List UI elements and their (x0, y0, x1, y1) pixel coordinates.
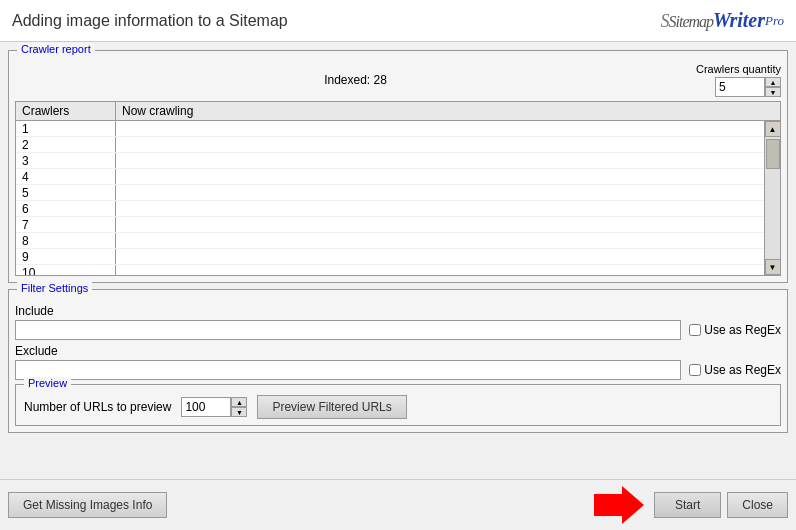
crawler-number: 3 (16, 153, 116, 168)
exclude-row: Exclude Use as RegEx (15, 344, 781, 380)
now-crawling-value (116, 249, 764, 264)
crawler-number: 7 (16, 217, 116, 232)
now-crawling-value (116, 169, 764, 184)
svg-marker-0 (594, 486, 644, 524)
crawler-number: 9 (16, 249, 116, 264)
bottom-left: Get Missing Images Info (8, 492, 167, 518)
include-regex-label: Use as RegEx (704, 323, 781, 337)
crawlers-qty-spinner-buttons: ▲ ▼ (765, 77, 781, 97)
exclude-input[interactable] (15, 360, 681, 380)
table-row: 3 (16, 153, 764, 169)
num-urls-input[interactable] (181, 397, 231, 417)
preview-section: Preview Number of URLs to preview ▲ ▼ Pr… (15, 384, 781, 426)
now-crawling-value (116, 265, 764, 275)
num-urls-down[interactable]: ▼ (231, 407, 247, 417)
crawlers-qty-area: Crawlers quantity ▲ ▼ (696, 63, 781, 97)
col-crawlers-header: Crawlers (16, 102, 116, 120)
title-bar: Adding image information to a Sitemap SS… (0, 0, 796, 42)
now-crawling-value (116, 217, 764, 232)
crawlers-qty-spinner: ▲ ▼ (715, 77, 781, 97)
crawlers-qty-up[interactable]: ▲ (765, 77, 781, 87)
crawler-number: 2 (16, 137, 116, 152)
crawler-header-row: Indexed: 28 Crawlers quantity ▲ ▼ (15, 63, 781, 97)
header-scroll-spacer (764, 102, 780, 120)
include-row: Include Use as RegEx (15, 304, 781, 340)
now-crawling-value (116, 185, 764, 200)
bottom-bar: Get Missing Images Info Start Close (0, 479, 796, 530)
preview-filtered-btn[interactable]: Preview Filtered URLs (257, 395, 406, 419)
table-row: 10 (16, 265, 764, 275)
crawler-number: 6 (16, 201, 116, 216)
include-input[interactable] (15, 320, 681, 340)
crawlers-qty-label: Crawlers quantity (696, 63, 781, 75)
preview-row: Number of URLs to preview ▲ ▼ Preview Fi… (24, 395, 772, 419)
crawlers-qty-input[interactable] (715, 77, 765, 97)
table-row: 1 (16, 121, 764, 137)
logo-sitemap: SSitemap (661, 9, 714, 32)
preview-section-label: Preview (24, 377, 71, 389)
table-row: 8 (16, 233, 764, 249)
exclude-regex-checkbox[interactable] (689, 364, 701, 376)
num-urls-label: Number of URLs to preview (24, 400, 171, 414)
num-urls-spinner: ▲ ▼ (181, 397, 247, 417)
filter-settings-section: Filter Settings Include Use as RegEx Exc… (8, 289, 788, 433)
crawler-rows-container: 12345678910111213 (16, 121, 764, 275)
num-urls-up[interactable]: ▲ (231, 397, 247, 407)
filter-settings-label: Filter Settings (17, 282, 92, 294)
content-area: Crawler report Indexed: 28 Crawlers quan… (0, 42, 796, 479)
crawler-scrollbar[interactable]: ▲ ▼ (764, 121, 780, 275)
exclude-regex-wrap: Use as RegEx (689, 363, 781, 377)
logo-writer: Writer (713, 9, 765, 32)
table-row: 5 (16, 185, 764, 201)
crawler-report-label: Crawler report (17, 43, 95, 55)
table-row: 9 (16, 249, 764, 265)
col-now-crawling-header: Now crawling (116, 102, 764, 120)
crawlers-qty-down[interactable]: ▼ (765, 87, 781, 97)
now-crawling-value (116, 153, 764, 168)
include-regex-checkbox[interactable] (689, 324, 701, 336)
close-btn[interactable]: Close (727, 492, 788, 518)
table-row: 4 (16, 169, 764, 185)
crawler-table-header: Crawlers Now crawling (16, 102, 780, 121)
red-arrow-icon (594, 486, 644, 524)
main-window: Adding image information to a Sitemap SS… (0, 0, 796, 530)
table-row: 6 (16, 201, 764, 217)
crawler-number: 10 (16, 265, 116, 275)
now-crawling-value (116, 121, 764, 136)
logo-pro: Pro (765, 13, 784, 29)
crawler-report-section: Crawler report Indexed: 28 Crawlers quan… (8, 50, 788, 283)
window-title: Adding image information to a Sitemap (12, 12, 288, 30)
scroll-down-btn[interactable]: ▼ (765, 259, 781, 275)
scroll-up-btn[interactable]: ▲ (765, 121, 781, 137)
crawler-number: 5 (16, 185, 116, 200)
start-btn[interactable]: Start (654, 492, 721, 518)
crawler-number: 4 (16, 169, 116, 184)
bottom-right: Start Close (594, 486, 788, 524)
exclude-regex-label: Use as RegEx (704, 363, 781, 377)
logo-area: SSitemap Writer Pro (661, 9, 784, 32)
get-missing-btn[interactable]: Get Missing Images Info (8, 492, 167, 518)
indexed-label: Indexed: 28 (324, 73, 387, 87)
include-label: Include (15, 304, 781, 318)
include-input-row: Use as RegEx (15, 320, 781, 340)
exclude-label: Exclude (15, 344, 781, 358)
now-crawling-value (116, 201, 764, 216)
crawler-number: 8 (16, 233, 116, 248)
crawler-table: Crawlers Now crawling 12345678910111213 … (15, 101, 781, 276)
scroll-thumb[interactable] (766, 139, 780, 169)
include-regex-wrap: Use as RegEx (689, 323, 781, 337)
now-crawling-value (116, 137, 764, 152)
now-crawling-value (116, 233, 764, 248)
exclude-input-row: Use as RegEx (15, 360, 781, 380)
crawler-number: 1 (16, 121, 116, 136)
table-row: 2 (16, 137, 764, 153)
table-row: 7 (16, 217, 764, 233)
num-urls-spinner-buttons: ▲ ▼ (231, 397, 247, 417)
